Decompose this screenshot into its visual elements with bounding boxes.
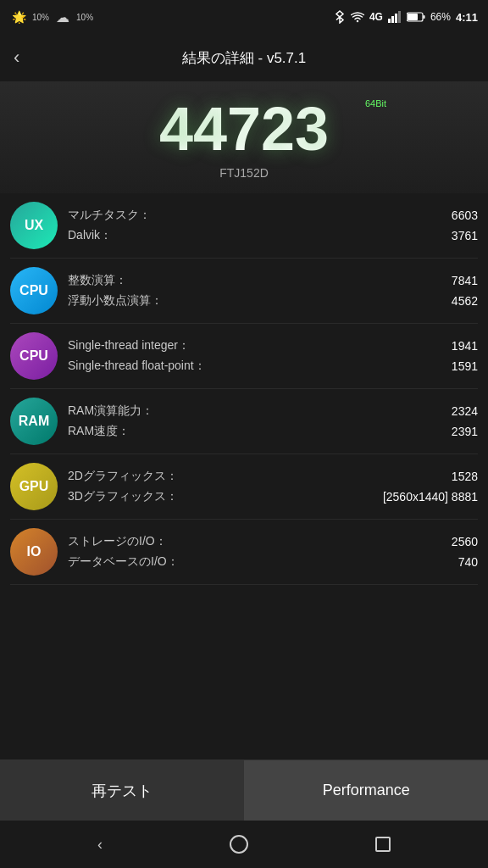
metric-value-1-1: 4562 bbox=[427, 294, 478, 308]
back-button[interactable]: ‹ bbox=[14, 47, 19, 69]
status-right: 4G 66% 4:11 bbox=[334, 10, 478, 24]
metric-value-0-0: 6603 bbox=[427, 209, 478, 222]
metric-value-3-0: 2324 bbox=[427, 404, 478, 418]
metric-line-4-0: 2Dグラフィックス：1528 bbox=[68, 466, 478, 487]
score-badge: 64Bit bbox=[365, 98, 386, 108]
performance-button[interactable]: Performance bbox=[245, 760, 489, 821]
metric-row-1: CPU整数演算：7841浮動小数点演算：4562 bbox=[10, 259, 478, 324]
metric-line-5-1: データベースのI/O：740 bbox=[68, 552, 478, 572]
metric-details-1: 整数演算：7841浮動小数点演算：4562 bbox=[68, 270, 478, 311]
metric-label-0-0: マルチタスク： bbox=[68, 208, 151, 223]
metric-line-0-1: Dalvik：3761 bbox=[68, 225, 478, 246]
battery-icon bbox=[407, 12, 425, 22]
metric-line-3-0: RAM演算能力：2324 bbox=[68, 401, 478, 421]
metric-row-4: GPU2Dグラフィックス：15283Dグラフィックス：[2560x1440] 8… bbox=[10, 454, 478, 520]
metric-row-2: CPUSingle-thread integer：1941Single-thre… bbox=[10, 324, 478, 389]
page-title: 結果の詳細 - v5.7.1 bbox=[14, 48, 474, 68]
signal-icon bbox=[388, 11, 402, 23]
metric-icon-io-5: IO bbox=[10, 528, 58, 576]
metric-label-3-1: RAM速度： bbox=[68, 424, 130, 439]
wifi-icon bbox=[351, 11, 364, 23]
bluetooth-icon bbox=[334, 10, 346, 24]
metric-line-1-1: 浮動小数点演算：4562 bbox=[68, 291, 478, 311]
metric-details-3: RAM演算能力：2324RAM速度：2391 bbox=[68, 401, 478, 442]
metric-value-5-1: 740 bbox=[427, 555, 478, 569]
bottom-buttons: 再テスト Performance bbox=[0, 760, 488, 821]
status-left: 🌟 10% ☁ 10% bbox=[10, 8, 93, 25]
nav-bar: ‹ bbox=[0, 821, 488, 868]
header: ‹ 結果の詳細 - v5.7.1 bbox=[0, 34, 488, 81]
metric-value-5-0: 2560 bbox=[427, 535, 478, 548]
metric-label-4-0: 2Dグラフィックス： bbox=[68, 469, 178, 484]
svg-rect-5 bbox=[408, 14, 418, 20]
metric-value-4-0: 1528 bbox=[427, 470, 478, 483]
metric-value-2-0: 1941 bbox=[427, 339, 478, 353]
signal-label: 4G bbox=[369, 11, 383, 23]
app-percent-2: 10% bbox=[76, 13, 93, 22]
metric-value-3-1: 2391 bbox=[427, 425, 478, 438]
nav-home-icon bbox=[230, 835, 248, 854]
metric-label-0-1: Dalvik： bbox=[68, 228, 112, 243]
device-name: FTJ152D bbox=[14, 166, 474, 180]
nav-recents-button[interactable] bbox=[375, 837, 391, 852]
metric-line-2-0: Single-thread integer：1941 bbox=[68, 336, 478, 356]
nav-recents-icon bbox=[375, 837, 391, 852]
metric-icon-ux-0: UX bbox=[10, 202, 58, 249]
metric-row-5: IOストレージのI/O：2560データベースのI/O：740 bbox=[10, 520, 478, 585]
metric-value-0-1: 3761 bbox=[427, 229, 478, 242]
metric-label-3-0: RAM演算能力： bbox=[68, 403, 153, 419]
metric-label-2-1: Single-thread float-point： bbox=[68, 359, 206, 374]
clock: 4:11 bbox=[456, 11, 478, 24]
battery-percent: 66% bbox=[430, 11, 451, 23]
metric-line-5-0: ストレージのI/O：2560 bbox=[68, 531, 478, 552]
metric-icon-ram-3: RAM bbox=[10, 398, 58, 445]
metric-label-1-1: 浮動小数点演算： bbox=[68, 293, 163, 309]
metric-icon-cpu-2: CPU bbox=[10, 332, 58, 380]
retest-button[interactable]: 再テスト bbox=[0, 760, 245, 821]
metric-details-2: Single-thread integer：1941Single-thread … bbox=[68, 336, 478, 376]
metric-icon-cpu-1: CPU bbox=[10, 267, 58, 314]
metric-line-1-0: 整数演算：7841 bbox=[68, 270, 478, 291]
metric-label-4-1: 3Dグラフィックス： bbox=[68, 489, 178, 504]
svg-rect-6 bbox=[423, 15, 424, 19]
metric-line-2-1: Single-thread float-point：1591 bbox=[68, 356, 478, 376]
metric-value-2-1: 1591 bbox=[427, 359, 478, 373]
metrics-list: UXマルチタスク：6603Dalvik：3761CPU整数演算：7841浮動小数… bbox=[0, 193, 488, 760]
svg-rect-0 bbox=[388, 19, 391, 23]
metric-value-1-0: 7841 bbox=[427, 274, 478, 287]
metric-value-4-1: [2560x1440] 8881 bbox=[383, 490, 478, 504]
svg-rect-2 bbox=[395, 14, 397, 23]
metric-details-0: マルチタスク：6603Dalvik：3761 bbox=[68, 205, 478, 246]
svg-rect-3 bbox=[398, 11, 401, 23]
metric-row-3: RAMRAM演算能力：2324RAM速度：2391 bbox=[10, 389, 478, 454]
metric-icon-gpu-4: GPU bbox=[10, 463, 58, 510]
app-icon-2: ☁ bbox=[54, 8, 71, 25]
nav-home-button[interactable] bbox=[230, 835, 248, 854]
score-section: 64Bit 44723 FTJ152D bbox=[0, 81, 488, 193]
status-bar: 🌟 10% ☁ 10% 4G 66% 4:11 bbox=[0, 0, 488, 34]
svg-rect-1 bbox=[391, 16, 394, 23]
metric-line-3-1: RAM速度：2391 bbox=[68, 421, 478, 442]
score-number: 44723 bbox=[14, 98, 474, 159]
metric-row-0: UXマルチタスク：6603Dalvik：3761 bbox=[10, 193, 478, 259]
metric-details-5: ストレージのI/O：2560データベースのI/O：740 bbox=[68, 531, 478, 572]
metric-label-1-0: 整数演算： bbox=[68, 273, 127, 288]
metric-line-4-1: 3Dグラフィックス：[2560x1440] 8881 bbox=[68, 487, 478, 507]
metric-details-4: 2Dグラフィックス：15283Dグラフィックス：[2560x1440] 8881 bbox=[68, 466, 478, 507]
metric-label-5-0: ストレージのI/O： bbox=[68, 534, 167, 549]
metric-label-5-1: データベースのI/O： bbox=[68, 554, 179, 570]
nav-back-button[interactable]: ‹ bbox=[97, 836, 103, 854]
app-percent-1: 10% bbox=[32, 13, 49, 22]
app-icon-1: 🌟 bbox=[10, 8, 27, 25]
metric-label-2-0: Single-thread integer： bbox=[68, 338, 190, 353]
metric-line-0-0: マルチタスク：6603 bbox=[68, 205, 478, 225]
